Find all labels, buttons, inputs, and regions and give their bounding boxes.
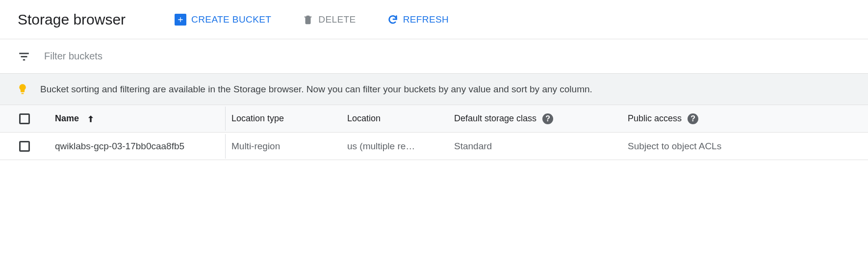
- info-banner: Bucket sorting and filtering are availab…: [0, 74, 868, 105]
- column-divider: [225, 134, 226, 159]
- filter-input[interactable]: [44, 51, 850, 62]
- help-icon[interactable]: ?: [688, 113, 698, 124]
- refresh-label: REFRESH: [403, 14, 449, 25]
- refresh-button[interactable]: REFRESH: [387, 14, 449, 25]
- banner-text: Bucket sorting and filtering are availab…: [40, 84, 592, 95]
- bucket-storage-class: Standard: [454, 141, 492, 152]
- create-bucket-label: CREATE BUCKET: [191, 14, 271, 25]
- filter-bar: [0, 39, 868, 74]
- delete-button[interactable]: DELETE: [303, 14, 356, 25]
- column-storage-label: Default storage class: [454, 113, 536, 124]
- column-location-label: Location: [347, 113, 381, 124]
- toolbar: Storage browser CREATE BUCKET DELETE REF…: [0, 0, 868, 39]
- column-header-location[interactable]: Location: [341, 113, 448, 124]
- bucket-public-access: Subject to object ACLs: [628, 141, 721, 152]
- row-checkbox[interactable]: [19, 141, 30, 152]
- bucket-name[interactable]: qwiklabs-gcp-03-17bb0caa8fb5: [55, 141, 184, 152]
- refresh-icon: [387, 14, 398, 25]
- column-header-location-type[interactable]: Location type: [226, 113, 341, 124]
- column-header-name[interactable]: Name: [49, 113, 226, 124]
- arrow-up-icon: [86, 114, 96, 124]
- select-all-checkbox[interactable]: [19, 113, 30, 124]
- column-header-storage-class[interactable]: Default storage class ?: [448, 113, 622, 124]
- delete-label: DELETE: [318, 14, 356, 25]
- filter-list-icon[interactable]: [18, 50, 30, 63]
- column-name-label: Name: [55, 113, 79, 124]
- create-bucket-button[interactable]: CREATE BUCKET: [175, 14, 271, 26]
- table-row[interactable]: qwiklabs-gcp-03-17bb0caa8fb5 Multi-regio…: [0, 133, 868, 160]
- svg-rect-0: [22, 93, 24, 94]
- bucket-location-type: Multi-region: [231, 141, 280, 152]
- column-divider: [225, 107, 226, 131]
- column-loctype-label: Location type: [231, 113, 284, 124]
- add-box-icon: [175, 14, 186, 26]
- column-public-label: Public access: [628, 113, 682, 124]
- lightbulb-icon: [18, 83, 27, 96]
- column-header-public-access[interactable]: Public access ?: [622, 113, 744, 124]
- table-header-row: Name Location type Location Default stor…: [0, 105, 868, 133]
- trash-icon: [303, 14, 313, 25]
- help-icon[interactable]: ?: [542, 113, 553, 124]
- bucket-location: us (multiple re…: [347, 141, 415, 152]
- page-title: Storage browser: [18, 11, 126, 28]
